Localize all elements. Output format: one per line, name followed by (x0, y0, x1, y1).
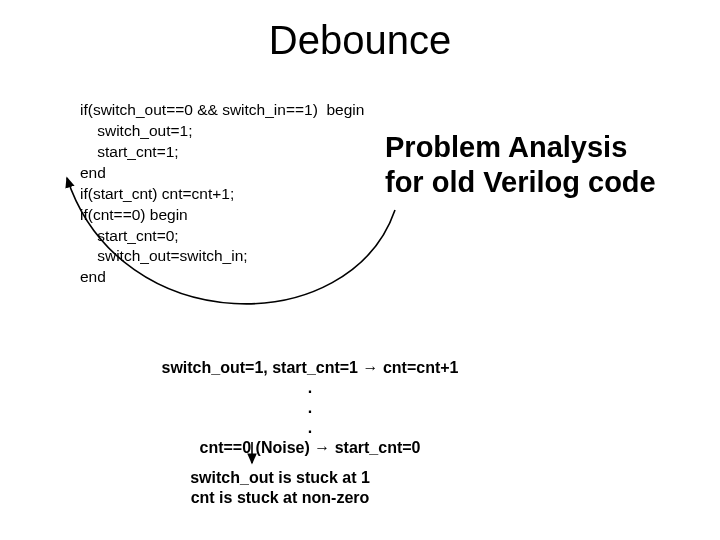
verilog-code-block: if(switch_out==0 && switch_in==1) begin … (80, 100, 364, 288)
trace-line-1: switch_out=1, start_cnt=1 → cnt=cnt+1 (130, 358, 490, 378)
slide: Debounce if(switch_out==0 && switch_in==… (0, 0, 720, 540)
trace-dot: . (130, 398, 490, 418)
execution-trace: switch_out=1, start_cnt=1 → cnt=cnt+1 . … (130, 358, 490, 458)
conclusion-line-2: cnt is stuck at non-zero (130, 488, 430, 508)
conclusion-text: switch_out is stuck at 1 cnt is stuck at… (130, 468, 430, 508)
analysis-line-1: Problem Analysis (385, 130, 656, 165)
trace-line-2: cnt==0 (Noise) → start_cnt=0 (130, 438, 490, 458)
trace-dot: . (130, 378, 490, 398)
trace-dot: . (130, 418, 490, 438)
analysis-line-2: for old Verilog code (385, 165, 656, 200)
conclusion-line-1: switch_out is stuck at 1 (130, 468, 430, 488)
analysis-heading: Problem Analysis for old Verilog code (385, 130, 656, 201)
page-title: Debounce (0, 18, 720, 63)
